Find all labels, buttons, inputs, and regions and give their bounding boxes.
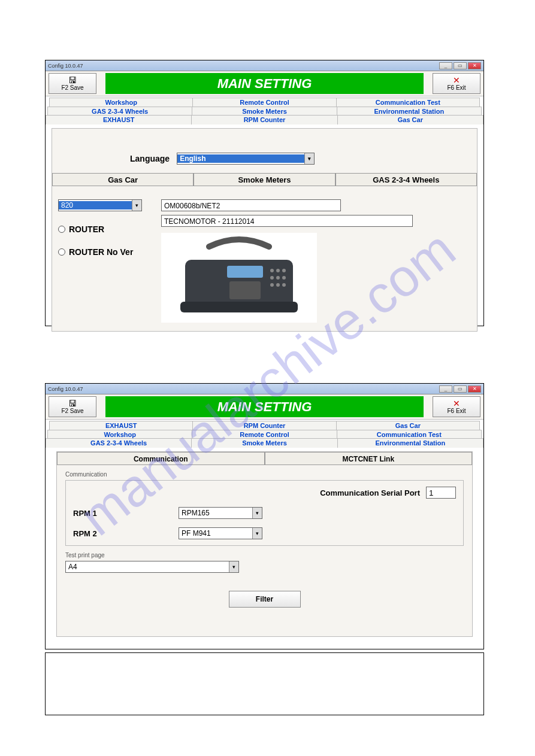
min-button[interactable]: _ bbox=[439, 62, 452, 69]
tab-smoke-meters[interactable]: Smoke Meters bbox=[192, 438, 337, 448]
tab-stack: Workshop Remote Control Communication Te… bbox=[46, 98, 483, 125]
svg-rect-1 bbox=[180, 302, 298, 312]
router-label: ROUTER bbox=[69, 224, 104, 234]
router-nover-radio[interactable]: ROUTER No Ver bbox=[58, 247, 148, 257]
tab-rpm-counter[interactable]: RPM Counter bbox=[192, 115, 337, 125]
close-button[interactable]: ✕ bbox=[468, 385, 481, 393]
exit-button[interactable]: ✕ F6 Exit bbox=[433, 73, 480, 94]
save-button[interactable]: 🖫 F2 Save bbox=[49, 73, 96, 94]
main-pane-2: Communication MCTCNET Link Communication… bbox=[56, 451, 473, 637]
chevron-down-icon: ▾ bbox=[304, 153, 314, 164]
svg-point-9 bbox=[282, 276, 286, 280]
title-banner: MAIN SETTING bbox=[105, 73, 424, 94]
save-icon: 🖫 bbox=[68, 399, 77, 408]
tab-gas-car[interactable]: Gas Car bbox=[338, 115, 483, 125]
device-info-field[interactable]: TECNOMOTOR - 21112014 bbox=[161, 215, 413, 227]
language-combo[interactable]: English ▾ bbox=[177, 153, 315, 165]
exit-label: F6 Exit bbox=[447, 84, 466, 91]
rpm1-combo[interactable]: RPM165 ▾ bbox=[179, 507, 262, 519]
save-button[interactable]: 🖫 F2 Save bbox=[49, 396, 96, 417]
exit-button[interactable]: ✕ F6 Exit bbox=[433, 396, 480, 417]
svg-rect-2 bbox=[227, 266, 263, 278]
exit-label: F6 Exit bbox=[447, 408, 466, 414]
rpm1-label: RPM 1 bbox=[73, 509, 169, 518]
window-titlebar: Config 10.0.47 _ ▭ ✕ bbox=[46, 60, 483, 71]
window-title: Config 10.0.47 bbox=[48, 63, 83, 69]
svg-point-10 bbox=[270, 283, 274, 287]
router-nover-label: ROUTER No Ver bbox=[69, 247, 133, 257]
title-banner: MAIN SETTING bbox=[105, 396, 424, 417]
rpm1-value: RPM165 bbox=[179, 509, 252, 517]
close-button[interactable]: ✕ bbox=[468, 62, 481, 69]
inner-tab-communication[interactable]: Communication bbox=[57, 452, 265, 465]
rpm2-value: PF M941 bbox=[179, 529, 252, 538]
max-button[interactable]: ▭ bbox=[454, 62, 467, 69]
save-label: F2 Save bbox=[61, 408, 83, 414]
csp-label: Communication Serial Port bbox=[320, 488, 420, 497]
close-icon: ✕ bbox=[453, 399, 460, 408]
radio-icon bbox=[58, 248, 65, 256]
router-radio[interactable]: ROUTER bbox=[58, 224, 148, 234]
tab-remote-control[interactable]: Remote Control bbox=[193, 98, 336, 107]
empty-cell bbox=[45, 652, 484, 715]
chevron-down-icon: ▾ bbox=[252, 508, 262, 518]
svg-point-12 bbox=[282, 283, 286, 287]
max-button[interactable]: ▭ bbox=[454, 385, 467, 393]
model-value: 820 bbox=[59, 201, 132, 210]
radio-icon bbox=[58, 226, 65, 233]
svg-point-5 bbox=[276, 269, 280, 272]
main-pane: Language English ▾ Gas Car Smoke Meters … bbox=[52, 128, 477, 332]
tab-gas-234-wheels[interactable]: GAS 2-3-4 Wheels bbox=[46, 438, 192, 448]
tab-rpm-counter[interactable]: RPM Counter bbox=[193, 421, 336, 430]
analyzer-device-icon bbox=[167, 236, 311, 320]
chevron-down-icon: ▾ bbox=[132, 200, 141, 211]
language-value: English bbox=[177, 154, 304, 163]
screenshot-1: Config 10.0.47 _ ▭ ✕ 🖫 F2 Save MAIN SETT… bbox=[45, 60, 484, 326]
group-comm-label: Communication bbox=[65, 471, 464, 478]
svg-point-11 bbox=[276, 283, 280, 287]
svg-point-7 bbox=[270, 276, 274, 280]
tab-workshop[interactable]: Workshop bbox=[49, 98, 193, 107]
subtab-gas-234-wheels[interactable]: GAS 2-3-4 Wheels bbox=[335, 173, 477, 186]
chevron-down-icon: ▾ bbox=[252, 528, 262, 539]
save-label: F2 Save bbox=[61, 84, 83, 91]
close-icon: ✕ bbox=[453, 76, 460, 84]
chevron-down-icon: ▾ bbox=[229, 561, 238, 572]
device-image bbox=[161, 233, 317, 323]
csp-input[interactable] bbox=[426, 487, 456, 499]
device-code-field[interactable]: OM00608b/NET2 bbox=[161, 199, 341, 211]
rpm2-combo[interactable]: PF M941 ▾ bbox=[179, 527, 262, 539]
test-print-value: A4 bbox=[66, 563, 229, 571]
model-combo[interactable]: 820 ▾ bbox=[58, 199, 142, 211]
filter-button[interactable]: Filter bbox=[229, 591, 301, 608]
tab-exhaust[interactable]: EXHAUST bbox=[49, 421, 193, 430]
toolbar: 🖫 F2 Save MAIN SETTING ✕ F6 Exit bbox=[46, 394, 483, 420]
svg-rect-3 bbox=[229, 281, 261, 299]
svg-point-4 bbox=[270, 269, 274, 272]
group-comm-box: Communication Serial Port RPM 1 RPM165 ▾… bbox=[65, 480, 464, 546]
tab-stack: EXHAUST RPM Counter Gas Car Workshop Rem… bbox=[46, 421, 483, 448]
screenshot-2: Config 10.0.47 _ ▭ ✕ 🖫 F2 Save MAIN SETT… bbox=[45, 383, 484, 649]
tab-exhaust[interactable]: EXHAUST bbox=[46, 115, 192, 125]
tab-environmental-station[interactable]: Environmental Station bbox=[338, 438, 483, 448]
test-print-label: Test print page bbox=[65, 552, 464, 558]
tab-gas-car[interactable]: Gas Car bbox=[337, 421, 480, 430]
subtab-smoke-meters[interactable]: Smoke Meters bbox=[194, 173, 335, 186]
inner-tab-mctcnet-link[interactable]: MCTCNET Link bbox=[265, 452, 473, 465]
min-button[interactable]: _ bbox=[439, 385, 452, 393]
svg-point-8 bbox=[276, 276, 280, 280]
language-label: Language bbox=[130, 154, 170, 163]
svg-point-6 bbox=[282, 269, 286, 272]
toolbar: 🖫 F2 Save MAIN SETTING ✕ F6 Exit bbox=[46, 71, 483, 96]
test-print-combo[interactable]: A4 ▾ bbox=[65, 561, 239, 573]
window-title: Config 10.0.47 bbox=[48, 386, 83, 392]
subtab-gas-car[interactable]: Gas Car bbox=[52, 173, 194, 186]
save-icon: 🖫 bbox=[68, 76, 77, 84]
tab-communication-test[interactable]: Communication Test bbox=[337, 98, 480, 107]
window-titlebar: Config 10.0.47 _ ▭ ✕ bbox=[46, 384, 483, 394]
rpm2-label: RPM 2 bbox=[73, 529, 169, 538]
